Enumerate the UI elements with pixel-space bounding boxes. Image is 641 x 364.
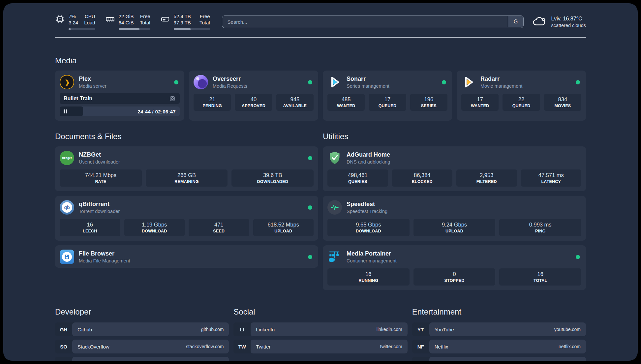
- search-engine-button[interactable]: G: [508, 16, 523, 27]
- app-card-portainer[interactable]: Media Portainer Container management 16R…: [323, 245, 586, 290]
- app-name: AdGuard Home: [347, 151, 390, 158]
- link-url: github.com: [201, 327, 224, 332]
- link-twitter[interactable]: TW Twittertwitter.com: [233, 340, 407, 353]
- app-subtitle: Torrent downloader: [79, 209, 120, 214]
- stat-queued: 17QUEUED: [369, 94, 406, 111]
- app-card-filebrowser[interactable]: File Browser Media File Management: [55, 245, 318, 268]
- stat-rate: 744.21 MbpsRATE: [60, 169, 142, 187]
- app-card-qbittorrent[interactable]: qb qBittorrent Torrent downloader 16LEEC…: [55, 196, 318, 241]
- cpu-progress-bar: [69, 28, 95, 30]
- app-card-nzbget[interactable]: nzbget NZBGet Usenet downloader 744.21 M…: [55, 146, 318, 191]
- memory-icon: [105, 14, 115, 24]
- app-name: File Browser: [79, 250, 130, 257]
- link-url: youtube.com: [554, 327, 581, 332]
- link-name: YouTube: [435, 327, 454, 332]
- link-tag: GH: [55, 322, 72, 336]
- app-card-adguard[interactable]: AdGuard Home DNS and adblocking 498,461Q…: [323, 146, 586, 191]
- link-tag: TW: [233, 340, 251, 353]
- nzbget-icon: nzbget: [60, 151, 74, 165]
- cpu-label: CPU: [84, 13, 95, 19]
- section-title-utilities: Utilities: [323, 132, 586, 141]
- app-card-speedtest[interactable]: Speedtest Speedtest Tracking 9.65 GbpsDO…: [323, 196, 586, 241]
- status-online-dot: [308, 205, 312, 210]
- app-subtitle: Movie management: [480, 83, 522, 89]
- section-documents: Documents & Files nzbget NZBGet Usenet d…: [55, 132, 318, 290]
- link-name: LinkedIn: [256, 327, 275, 332]
- link-netflix[interactable]: NF Netflixnetflix.com: [412, 340, 586, 353]
- stat-queries: 498,461QUERIES: [327, 169, 388, 187]
- sonarr-icon: [327, 75, 342, 89]
- storage-total-label: Total: [199, 19, 210, 26]
- session-lens-icon: [169, 95, 176, 102]
- link-dev[interactable]: DT DEVdev.to: [55, 357, 229, 361]
- stat-upload: 9.24 GbpsUPLOAD: [413, 219, 496, 236]
- link-name: Twitter: [256, 344, 270, 349]
- stat-upload: 618.52 MbpsUPLOAD: [253, 219, 314, 236]
- status-online-dot: [576, 255, 580, 259]
- weather-location-temp: Lviv, 16.87°C: [551, 16, 586, 22]
- app-card-plex[interactable]: ❯ Plex Media server Bullet Train: [55, 71, 184, 121]
- stat-ping: 0.993 msPING: [499, 219, 581, 236]
- section-developer: Developer GH Githubgithub.com SO StackOv…: [55, 307, 229, 361]
- link-tag: RE: [412, 357, 429, 361]
- status-online-dot: [308, 255, 312, 259]
- stat-available: 945AVAILABLE: [276, 94, 314, 111]
- status-online-dot: [442, 80, 446, 84]
- stat-running: 16RUNNING: [327, 268, 410, 286]
- pause-icon: [64, 109, 67, 113]
- link-github[interactable]: GH Githubgithub.com: [55, 322, 229, 336]
- stat-wanted: 485WANTED: [327, 94, 365, 111]
- storage-icon: [160, 14, 170, 24]
- link-stackoverflow[interactable]: SO StackOverflowstackoverflow.com: [55, 340, 229, 353]
- status-online-dot: [308, 156, 312, 160]
- storage-free-value: 52.4 TB: [174, 13, 191, 19]
- stat-downloaded: 39.6 TBDOWNLOADED: [231, 169, 314, 187]
- section-social: Social LI LinkedInlinkedin.com TW Twitte…: [233, 307, 407, 361]
- section-title-social: Social: [233, 307, 407, 317]
- section-title-entertainment: Entertainment: [412, 307, 586, 317]
- memory-progress-bar: [119, 28, 150, 30]
- stat-download: 1.19 GbpsDOWNLOAD: [124, 219, 185, 236]
- app-card-radarr[interactable]: Radarr Movie management 17WANTED 22QUEUE…: [457, 71, 586, 121]
- memory-stat-widget: 22 GiB64 GiB FreeTotal: [105, 13, 150, 30]
- link-youtube[interactable]: YT YouTubeyoutube.com: [412, 322, 586, 336]
- stat-download: 9.65 GbpsDOWNLOAD: [327, 219, 410, 236]
- section-media: Media ❯ Plex Media server Bullet Train: [55, 56, 586, 121]
- app-subtitle: Container management: [347, 258, 397, 263]
- app-name: qBittorrent: [79, 201, 120, 208]
- section-utilities: Utilities AdGuard Home: [323, 132, 586, 290]
- link-linkedin[interactable]: LI LinkedInlinkedin.com: [233, 322, 407, 336]
- header: 7%3.24 CPULoad 22 GiB64 GiB FreeTotal: [55, 13, 586, 30]
- storage-total-value: 97.9 TB: [174, 19, 191, 26]
- stat-total: 16TOTAL: [499, 268, 581, 286]
- overseerr-icon: [194, 75, 208, 89]
- app-subtitle: Media server: [79, 83, 107, 89]
- now-playing-row: Bullet Train: [60, 93, 180, 104]
- stat-leech: 16LEECH: [60, 219, 120, 236]
- link-url: netflix.com: [559, 344, 581, 349]
- stat-pending: 21PENDING: [194, 94, 231, 111]
- stat-queued: 22QUEUED: [503, 94, 540, 111]
- status-online-dot: [308, 80, 312, 84]
- link-name: StackOverflow: [77, 344, 109, 349]
- link-url: twitter.com: [380, 344, 402, 349]
- adguard-icon: [327, 151, 342, 165]
- link-reddit[interactable]: RE Redditreddit.com: [412, 357, 586, 361]
- app-name: Speedtest: [347, 201, 387, 208]
- playback-time: 24:44 / 02:06:47: [137, 108, 176, 114]
- search-input[interactable]: [222, 15, 524, 28]
- app-subtitle: DNS and adblocking: [347, 159, 390, 165]
- app-name: Plex: [79, 76, 107, 82]
- weather-condition: scattered clouds: [551, 23, 586, 28]
- app-name: Radarr: [480, 76, 522, 82]
- app-subtitle: Series management: [347, 83, 389, 89]
- storage-stat-widget: 52.4 TB97.9 TB FreeTotal: [160, 13, 210, 30]
- stat-wanted: 17WANTED: [461, 94, 499, 111]
- app-card-sonarr[interactable]: Sonarr Series management 485WANTED 17QUE…: [323, 71, 452, 121]
- stat-series: 196SERIES: [410, 94, 447, 111]
- app-card-overseerr[interactable]: Overseerr Media Requests 21PENDING 40APP…: [189, 71, 318, 121]
- link-tag: LI: [233, 322, 251, 336]
- status-online-dot: [174, 80, 178, 84]
- section-title-developer: Developer: [55, 307, 229, 317]
- stat-approved: 40APPROVED: [235, 94, 272, 111]
